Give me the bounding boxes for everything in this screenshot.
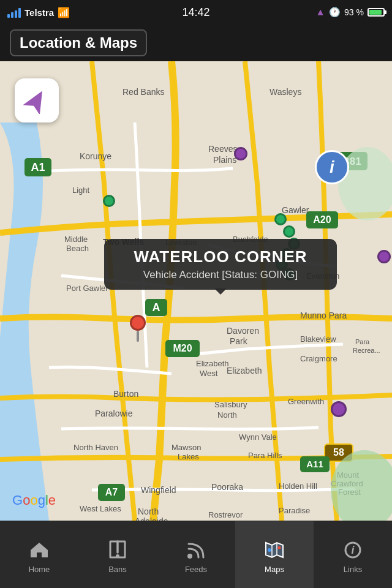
tooltip-title: WATERLOO CORNER [116, 247, 325, 266]
svg-text:58: 58 [333, 447, 344, 458]
battery-icon [368, 8, 385, 17]
tab-bar: Home Bans Feeds [0, 521, 392, 588]
svg-text:Mawson: Mawson [172, 443, 201, 452]
red-pin[interactable] [130, 315, 146, 342]
svg-text:Wynn Vale: Wynn Vale [239, 432, 277, 442]
svg-text:Adelaide: Adelaide [135, 516, 168, 521]
svg-text:Davoren: Davoren [227, 326, 259, 336]
svg-point-68 [268, 548, 271, 552]
green-pin-3[interactable] [283, 225, 295, 238]
svg-text:Park: Park [230, 336, 248, 346]
svg-text:Blakeview: Blakeview [300, 334, 336, 344]
navigation-app-icon[interactable] [15, 78, 59, 123]
svg-text:A20: A20 [313, 214, 331, 225]
svg-text:Paradise: Paradise [279, 506, 310, 515]
svg-text:Paralowie: Paralowie [95, 409, 133, 418]
svg-text:A1: A1 [31, 161, 45, 173]
svg-text:M20: M20 [173, 343, 192, 353]
feeds-icon [184, 539, 208, 561]
tab-maps[interactable]: Maps [235, 521, 314, 588]
status-bar: Telstra 📶 14:42 ▲ 🕐 93 % [0, 0, 392, 24]
tab-bans-label: Bans [108, 565, 127, 574]
info-button[interactable]: i [315, 150, 349, 184]
svg-text:Beach: Beach [66, 244, 89, 253]
svg-point-69 [278, 546, 281, 549]
svg-text:Reeves: Reeves [208, 144, 237, 154]
svg-text:Pooraka: Pooraka [211, 482, 243, 492]
battery-percent: 93 % [344, 7, 364, 17]
svg-text:Elizabeth: Elizabeth [227, 366, 262, 375]
svg-text:Recrea...: Recrea... [353, 347, 380, 354]
google-logo: Google [12, 492, 56, 508]
bans-icon [105, 539, 130, 561]
tab-bans[interactable]: Bans [78, 521, 157, 588]
carrier-label: Telstra [24, 7, 54, 18]
tab-maps-label: Maps [265, 565, 284, 574]
svg-text:North: North [217, 410, 237, 420]
tab-links-label: Links [344, 565, 362, 574]
svg-text:Para Hills: Para Hills [248, 451, 282, 460]
wifi-icon: 📶 [58, 7, 70, 18]
info-icon: i [330, 157, 334, 177]
svg-text:A7: A7 [105, 487, 118, 497]
maps-icon [262, 539, 287, 561]
green-pin-2[interactable] [274, 213, 287, 225]
svg-text:i: i [351, 544, 355, 556]
tab-links[interactable]: i Links [314, 521, 392, 588]
svg-text:A: A [153, 301, 160, 314]
tooltip-subtitle: Vehicle Accident [Status: GOING] [116, 269, 325, 281]
links-icon: i [341, 539, 365, 561]
purple-pin-2[interactable] [377, 250, 391, 263]
svg-text:Para: Para [355, 338, 370, 345]
map-container[interactable]: A1 B81 A20 A M20 A7 58 A11 Red Banks Was… [0, 61, 392, 521]
svg-text:West Lakes: West Lakes [80, 504, 121, 513]
status-left: Telstra 📶 [7, 7, 70, 18]
page-title: Location & Maps [10, 29, 147, 56]
tab-feeds[interactable]: Feeds [157, 521, 235, 588]
svg-text:Lakes: Lakes [178, 452, 199, 461]
home-icon [27, 539, 51, 561]
svg-text:Salisbury: Salisbury [214, 400, 247, 409]
svg-text:Rostrevor: Rostrevor [208, 510, 243, 519]
svg-text:Wingfield: Wingfield [141, 485, 176, 495]
tab-home[interactable]: Home [0, 521, 78, 588]
status-time: 14:42 [182, 6, 209, 19]
svg-text:Red Banks: Red Banks [123, 87, 164, 97]
svg-text:Middle: Middle [64, 235, 88, 244]
svg-text:Port Gawler: Port Gawler [66, 284, 108, 293]
svg-text:Holden Hill: Holden Hill [279, 481, 317, 491]
svg-text:Plains: Plains [213, 155, 236, 165]
svg-text:North: North [138, 507, 159, 516]
incident-tooltip[interactable]: WATERLOO CORNER Vehicle Accident [Status… [104, 239, 337, 290]
svg-text:A11: A11 [306, 459, 323, 469]
status-right: ▲ 🕐 93 % [315, 7, 385, 18]
svg-text:Munno Para: Munno Para [300, 311, 347, 320]
map-svg: A1 B81 A20 A M20 A7 58 A11 Red Banks Was… [0, 61, 392, 521]
svg-text:Wasleys: Wasleys [270, 87, 301, 97]
signal-icon [7, 7, 21, 18]
svg-text:Elizabeth: Elizabeth [196, 359, 228, 368]
clock-icon: 🕐 [329, 7, 341, 18]
green-pin-1[interactable] [103, 195, 115, 207]
tab-feeds-label: Feeds [185, 565, 207, 574]
purple-pin-3[interactable] [331, 401, 347, 417]
svg-text:North Haven: North Haven [74, 443, 118, 452]
tab-home-label: Home [29, 565, 50, 574]
svg-point-65 [187, 554, 192, 559]
svg-text:Light: Light [72, 186, 90, 195]
svg-text:Greenwith: Greenwith [288, 397, 324, 406]
purple-pin-1[interactable] [234, 147, 247, 160]
location-icon: ▲ [315, 7, 325, 18]
svg-text:Korunye: Korunye [80, 151, 111, 161]
svg-text:Craigmore: Craigmore [300, 354, 337, 363]
nav-bar: Location & Maps [0, 24, 392, 61]
svg-text:Burton: Burton [113, 389, 138, 399]
nav-arrow-icon [23, 87, 50, 114]
svg-text:West: West [200, 369, 218, 378]
